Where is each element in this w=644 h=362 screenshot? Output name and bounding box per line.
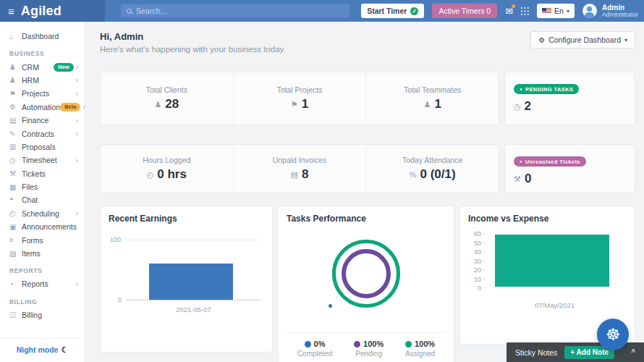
sidebar-item-automation[interactable]: ⚙ Automation Beta› xyxy=(0,101,85,114)
chevron-down-icon: ▾ xyxy=(624,37,627,43)
sidebar-item-files[interactable]: ▦ Files xyxy=(0,180,85,193)
stat-value: 28 xyxy=(165,97,179,111)
y-tick: 0 xyxy=(468,285,481,292)
search-box[interactable] xyxy=(121,4,349,17)
stat-total-clients: Total Clients ♟28 xyxy=(101,72,234,125)
sidebar-item-contracts[interactable]: ✎ Contracts › xyxy=(0,127,85,140)
stat-value: 0 (0/1) xyxy=(420,167,456,182)
badge-label: PENDING TASKS xyxy=(525,86,573,93)
sidebar-item-label: Contracts xyxy=(22,130,54,138)
clients-icon: ♟ xyxy=(154,100,161,109)
avatar xyxy=(582,4,597,18)
sidebar-item-timesheet[interactable]: ◷ Timesheet › xyxy=(0,153,85,167)
earnings-bar xyxy=(149,264,233,300)
topbar: ≡ Agiled Start Timer ✓ Active Timers 0 ✉… xyxy=(0,0,644,22)
sidebar-item-billing[interactable]: ◫ Billing xyxy=(0,308,85,321)
billing-icon: ◫ xyxy=(9,311,22,319)
beta-badge: Beta xyxy=(60,103,80,111)
sidebar-item-proposals[interactable]: ▥ Proposals xyxy=(0,140,85,153)
legend-name: Completed xyxy=(297,350,332,358)
us-flag-icon xyxy=(542,8,551,14)
clock-icon: ◴ xyxy=(147,170,154,180)
search-input[interactable] xyxy=(136,7,344,15)
help-chat-button[interactable]: ☸ xyxy=(597,319,629,350)
y-tick: 50 xyxy=(468,240,481,247)
sidebar-item-reports[interactable]: ◔ Reports › xyxy=(0,277,85,290)
legend-item-pending: 100% Pending xyxy=(354,340,384,358)
new-badge: New xyxy=(54,63,73,72)
sidebar-item-dashboard[interactable]: ⌂ Dashboard xyxy=(0,30,85,43)
badge-label: Unresolved Tickets xyxy=(525,159,580,165)
language-dropdown[interactable]: En ▾ xyxy=(537,4,575,18)
sidebar-item-announcements[interactable]: ▣ Announcements xyxy=(0,220,85,233)
sidebar-item-scheduling[interactable]: ◴ Scheduling › xyxy=(0,207,85,220)
stat-unpaid-invoices: Unpaid Invoices ▤8 xyxy=(234,145,367,193)
completed-point xyxy=(329,304,332,308)
hamburger-menu-icon[interactable]: ≡ xyxy=(8,6,14,17)
teammates-icon: ♟ xyxy=(424,100,431,109)
mail-icon[interactable]: ✉ xyxy=(505,6,513,17)
contracts-icon: ✎ xyxy=(9,130,22,138)
sidebar-item-forms[interactable]: ≡ Forms xyxy=(0,233,85,246)
sidebar-item-finance[interactable]: ▤ Finance › xyxy=(0,114,85,127)
start-timer-label: Start Timer xyxy=(367,7,407,15)
stat-hours-logged: Hours Logged ◴0 hrs xyxy=(101,145,234,193)
search-icon xyxy=(127,9,132,14)
chevron-up-icon[interactable]: ^ xyxy=(631,348,635,356)
dashboard-icon: ⌂ xyxy=(9,33,22,41)
timesheet-icon: ◷ xyxy=(9,156,22,164)
pending-tasks-card[interactable]: ●PENDING TASKS ◷2 xyxy=(504,72,635,125)
sidebar-item-label: CRM xyxy=(22,63,39,72)
chart-legend: 0% Completed 100% Pending 100% Assigned xyxy=(287,340,446,358)
sidebar-item-tickets[interactable]: ⚒ Tickets xyxy=(0,167,85,180)
chat-icon: ❝ xyxy=(9,196,22,204)
app-logo[interactable]: Agiled xyxy=(21,4,62,19)
helm-icon: ☸ xyxy=(606,325,621,345)
recent-earnings-chart: 100 0 xyxy=(109,232,264,300)
crm-icon: ♟ xyxy=(9,63,22,71)
chevron-right-icon: › xyxy=(76,280,78,288)
income-expense-chart: 60 50 40 30 20 10 0 xyxy=(468,230,627,296)
sidebar-item-chat[interactable]: ❝ Chat xyxy=(0,193,85,206)
sidebar-item-items[interactable]: ▨ Items xyxy=(0,247,85,260)
y-tick: 30 xyxy=(468,258,481,265)
chevron-right-icon: › xyxy=(76,130,78,138)
sidebar-item-label: Items xyxy=(22,249,41,258)
sidebar-item-hrm[interactable]: ♟ HRM › xyxy=(0,74,85,87)
stat-label: Unpaid Invoices xyxy=(273,156,327,164)
stat-value: 0 hrs xyxy=(157,167,187,182)
configure-dashboard-button[interactable]: ⚙ Configure Dashboard ▾ xyxy=(530,31,635,49)
invoice-icon: ▤ xyxy=(291,170,298,180)
apps-grid-icon[interactable] xyxy=(521,7,529,15)
user-menu[interactable]: Admin Administrator xyxy=(582,4,638,18)
items-icon: ▨ xyxy=(9,250,22,258)
unresolved-tickets-card[interactable]: ●Unresolved Tickets ⚒0 xyxy=(504,144,635,193)
percent-icon: % xyxy=(410,170,417,179)
moon-icon: ☾ xyxy=(61,345,68,354)
night-mode-toggle[interactable]: Night mode☾ xyxy=(0,338,85,362)
sidebar-section-business: BUSINESS xyxy=(9,50,75,57)
sidebar-section-billing: BILLING xyxy=(9,298,75,306)
stat-label: Hours Logged xyxy=(143,156,190,164)
stat-value: 8 xyxy=(302,167,308,182)
sidebar-item-label: Tickets xyxy=(22,169,46,178)
start-timer-button[interactable]: Start Timer ✓ xyxy=(361,4,424,18)
projects-icon: ⚑ xyxy=(9,90,22,98)
stat-total-teammates: Total Teammates ♟1 xyxy=(366,72,499,125)
tickets-icon: ⚒ xyxy=(9,169,22,177)
y-tick: 0 xyxy=(118,296,122,303)
sidebar-item-label: Timesheet xyxy=(22,156,57,164)
sidebar-item-label: Files xyxy=(22,182,38,191)
announcements-icon: ▣ xyxy=(9,223,22,231)
legend-pct: 100% xyxy=(363,340,384,348)
dot-icon: ● xyxy=(520,87,522,91)
active-timers-button[interactable]: Active Timers 0 xyxy=(432,4,497,18)
stat-label: Total Teammates xyxy=(404,85,461,94)
sidebar-item-projects[interactable]: ⚑ Projects › xyxy=(0,87,85,100)
sticky-notes-label: Sticky Notes xyxy=(515,348,557,357)
sidebar-item-label: HRM xyxy=(22,76,39,85)
sidebar-item-crm[interactable]: ♟ CRM New› xyxy=(0,60,85,73)
tasks-performance-card: Tasks Performance 0% Completed 100% Pend… xyxy=(278,206,454,362)
sidebar-item-label: Projects xyxy=(22,89,49,98)
stat-label: Total Clients xyxy=(146,85,187,94)
